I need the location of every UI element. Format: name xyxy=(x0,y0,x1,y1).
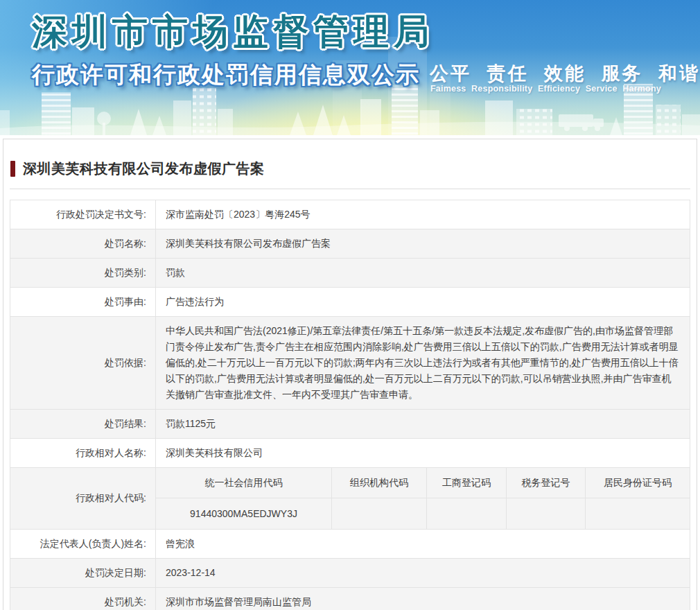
table-row-party-name: 行政相对人名称: 深圳美芙科技有限公司 xyxy=(10,439,690,468)
codes-header-business-reg: 工商登记码 xyxy=(426,468,506,498)
row-label: 处罚决定日期: xyxy=(10,559,156,587)
codes-header-org-code: 组织机构代码 xyxy=(331,468,426,498)
banner: 深圳市市场监督管理局 行政许可和行政处罚信用信息双公示 公平 责任 效能 服务 … xyxy=(0,0,700,135)
codes-subtable: 统一社会信用代码 组织机构代码 工商登记码 税务登记号 居民身份证号码 9144… xyxy=(156,468,690,529)
codes-header-id-number: 居民身份证号码 xyxy=(585,468,690,498)
row-value: 深圳市市场监督管理局南山监管局 xyxy=(156,588,690,610)
case-title-block: 深圳美芙科技有限公司发布虚假广告案 xyxy=(10,159,690,178)
row-label: 处罚依据: xyxy=(10,317,156,409)
banner-subtitle: 行政许可和行政处罚信用信息双公示 xyxy=(32,60,420,91)
codes-value-org-code xyxy=(331,498,426,529)
row-value: 深圳美芙科技有限公司发布虚假广告案 xyxy=(156,229,690,258)
table-row-penalty-category: 处罚类别: 罚款 xyxy=(10,259,690,288)
title-divider xyxy=(10,189,690,189)
row-label: 处罚类别: xyxy=(10,259,156,287)
codes-value-id-number xyxy=(585,498,690,529)
row-value: 深市监南处罚〔2023〕粤海245号 xyxy=(156,200,690,229)
site-title: 深圳市市场监督管理局 xyxy=(32,8,434,56)
codes-value-business-reg xyxy=(426,498,506,529)
table-row-penalty-result: 处罚结果: 罚款1125元 xyxy=(10,410,690,439)
penalty-table: 行政处罚决定书文号: 深市监南处罚〔2023〕粤海245号 处罚名称: 深圳美芙… xyxy=(10,200,690,610)
title-marker-bar xyxy=(10,161,15,177)
table-row-penalty-reason: 处罚事由: 广告违法行为 xyxy=(10,288,690,317)
page: 深圳市市场监督管理局 行政许可和行政处罚信用信息双公示 公平 责任 效能 服务 … xyxy=(0,0,700,610)
table-row-decision-date: 处罚决定日期: 2023-12-14 xyxy=(10,559,690,588)
row-value: 中华人民共和国广告法(2021修正)/第五章法律责任/第五十五条/第一款违反本法… xyxy=(156,317,690,409)
row-label: 法定代表人(负责人)姓名: xyxy=(10,530,156,558)
codes-value-tax-reg xyxy=(506,498,585,529)
content-panel: 深圳美芙科技有限公司发布虚假广告案 行政处罚决定书文号: 深市监南处罚〔2023… xyxy=(3,139,697,610)
table-row-penalty-basis: 处罚依据: 中华人民共和国广告法(2021修正)/第五章法律责任/第五十五条/第… xyxy=(10,317,690,410)
row-label: 行政相对人名称: xyxy=(10,439,156,467)
table-row-penalty-authority: 处罚机关: 深圳市市场监督管理局南山监管局 xyxy=(10,588,690,610)
row-value: 曾宪浪 xyxy=(156,530,690,558)
table-row-party-codes: 行政相对人代码: 统一社会信用代码 组织机构代码 工商登记码 税务登记号 居民身… xyxy=(10,468,690,530)
row-value: 广告违法行为 xyxy=(156,288,690,316)
row-value: 深圳美芙科技有限公司 xyxy=(156,439,690,467)
row-value: 罚款 xyxy=(156,259,690,287)
row-label: 处罚名称: xyxy=(10,229,156,258)
row-label: 行政处罚决定书文号: xyxy=(10,200,156,229)
row-label: 处罚机关: xyxy=(10,588,156,610)
row-value: 2023-12-14 xyxy=(156,559,690,587)
table-row-legal-representative: 法定代表人(负责人)姓名: 曾宪浪 xyxy=(10,530,690,559)
case-title: 深圳美芙科技有限公司发布虚假广告案 xyxy=(23,159,265,178)
row-label: 行政相对人代码: xyxy=(10,468,156,529)
row-label: 处罚结果: xyxy=(10,410,156,438)
codes-value-credit-code: 91440300MA5EDJWY3J xyxy=(156,498,331,529)
codes-header-credit-code: 统一社会信用代码 xyxy=(156,468,331,498)
table-row-decision-number: 行政处罚决定书文号: 深市监南处罚〔2023〕粤海245号 xyxy=(10,200,690,229)
row-value: 罚款1125元 xyxy=(156,410,690,438)
slogan-chinese: 公平 责任 效能 服务 和谐 xyxy=(430,61,700,86)
codes-header-tax-reg: 税务登记号 xyxy=(506,468,585,498)
slogan-english: Faimess Responsibility Efficiency Servic… xyxy=(430,84,661,94)
row-label: 处罚事由: xyxy=(10,288,156,316)
table-row-penalty-name: 处罚名称: 深圳美芙科技有限公司发布虚假广告案 xyxy=(10,229,690,259)
